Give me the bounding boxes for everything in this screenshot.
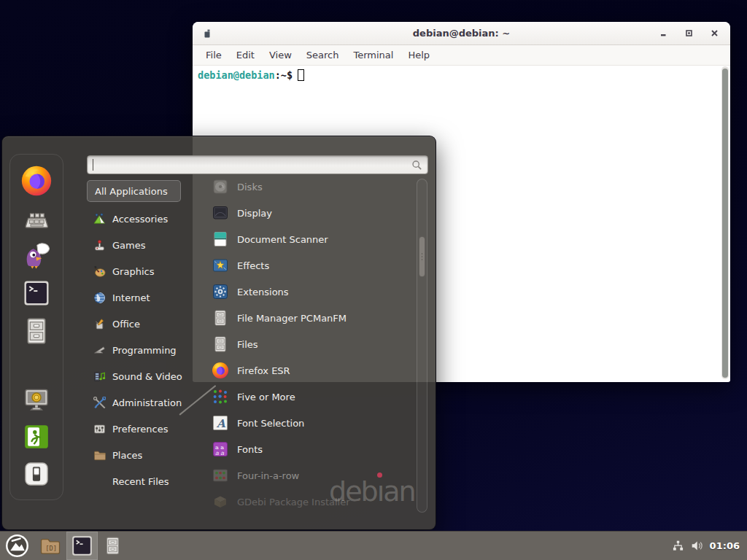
app-disks[interactable]: Disks xyxy=(212,174,416,200)
taskbar-terminal-launcher[interactable] xyxy=(66,532,98,560)
close-button[interactable] xyxy=(711,29,719,37)
svg-text:[D]: [D] xyxy=(45,544,57,551)
sound-video-icon xyxy=(93,370,106,383)
system-tray: 01:06 xyxy=(672,540,747,552)
favorite-files[interactable] xyxy=(22,316,51,346)
scrollbar-grip xyxy=(422,253,422,260)
taskbar: [D] 01:06 xyxy=(0,531,747,560)
app-extensions[interactable]: Extensions xyxy=(212,279,416,305)
firefox-icon xyxy=(212,362,229,379)
tray-icons xyxy=(672,540,703,552)
favorite-lock-screen[interactable] xyxy=(23,386,50,413)
app-label: Effects xyxy=(237,260,269,271)
app-fonts[interactable]: a aa aFonts xyxy=(212,436,416,462)
category-label: Recent Files xyxy=(112,476,169,487)
app-label: Font Selection xyxy=(237,418,304,429)
taskbar-folder-launcher[interactable]: [D] xyxy=(34,532,66,560)
category-label: Internet xyxy=(112,292,150,303)
window-icon xyxy=(204,28,212,39)
category-label: Preferences xyxy=(112,424,168,435)
favorite-pidgin[interactable] xyxy=(21,241,52,271)
taskbar-launchers: [D] xyxy=(0,532,128,560)
favorite-firefox[interactable] xyxy=(20,165,53,197)
app-five-or-more[interactable]: Five or More xyxy=(212,384,416,410)
terminal-menu-edit[interactable]: Edit xyxy=(229,47,262,63)
network-icon[interactable] xyxy=(672,540,684,552)
category-label: Graphics xyxy=(112,266,154,277)
graphics-icon xyxy=(93,265,106,278)
category-recent-files[interactable]: Recent Files xyxy=(87,468,204,494)
terminal-menu-terminal[interactable]: Terminal xyxy=(346,47,400,63)
search-box[interactable] xyxy=(87,155,428,174)
favorite-character-map[interactable] xyxy=(24,209,49,233)
gdebi-icon xyxy=(212,493,229,510)
app-files[interactable]: Files xyxy=(212,331,416,357)
app-effects[interactable]: Effects xyxy=(212,252,416,279)
terminal-scrollbar-thumb[interactable] xyxy=(722,69,728,378)
office-icon xyxy=(93,318,106,330)
category-office[interactable]: Office xyxy=(87,311,204,337)
five-or-more-icon xyxy=(212,388,229,405)
files-icon xyxy=(212,309,229,327)
app-document-scanner[interactable]: Document Scanner xyxy=(212,226,416,252)
app-label: Firefox ESR xyxy=(237,365,290,376)
fonts-icon: a aa a xyxy=(212,440,229,458)
files-icon xyxy=(103,536,123,556)
menu-scrollbar[interactable] xyxy=(417,179,427,513)
app-file-manager-pcmanfm[interactable]: File Manager PCManFM xyxy=(212,305,416,331)
category-label: Programming xyxy=(112,345,177,356)
terminal-menu-file[interactable]: File xyxy=(198,47,229,63)
category-label: All Applications xyxy=(95,186,168,197)
terminal-menu-view[interactable]: View xyxy=(262,47,299,63)
category-games[interactable]: Games xyxy=(87,232,204,258)
category-label: Accessories xyxy=(112,214,168,225)
app-label: File Manager PCManFM xyxy=(237,313,347,324)
category-administration[interactable]: Administration xyxy=(87,389,204,416)
administration-icon xyxy=(93,397,106,409)
terminal-menu-search[interactable]: Search xyxy=(299,47,347,63)
games-icon xyxy=(93,239,106,252)
category-label: Administration xyxy=(112,397,182,408)
favorite-shut-down[interactable] xyxy=(23,461,50,487)
terminal-menu-help[interactable]: Help xyxy=(400,47,437,63)
terminal-scrollbar[interactable] xyxy=(721,66,729,379)
svg-text:A: A xyxy=(216,417,226,430)
category-accessories[interactable]: Accessories xyxy=(87,206,204,232)
favorite-log-out[interactable] xyxy=(23,423,50,451)
category-graphics[interactable]: Graphics xyxy=(87,258,204,284)
category-programming[interactable]: Programming xyxy=(87,337,204,363)
effects-icon xyxy=(212,257,229,274)
menu-logo-icon xyxy=(5,534,29,558)
category-internet[interactable]: Internet xyxy=(87,284,204,311)
app-label: Four-in-a-row xyxy=(237,470,299,481)
minimize-button[interactable] xyxy=(659,29,667,37)
application-list: DisksDisplayDocument ScannerEffectsExten… xyxy=(212,174,416,515)
prompt-user-host: debian@debian xyxy=(198,69,275,81)
taskbar-menu-button[interactable] xyxy=(0,532,34,560)
terminal-icon xyxy=(71,535,93,556)
search-input[interactable] xyxy=(93,156,411,174)
category-preferences[interactable]: Preferences xyxy=(87,416,204,442)
document-scanner-icon xyxy=(212,230,229,248)
volume-icon[interactable] xyxy=(691,540,703,552)
app-firefox-esr[interactable]: Firefox ESR xyxy=(212,357,416,384)
font-selection-icon: A xyxy=(212,414,229,432)
app-gdebi-package-installer[interactable]: GDebi Package Installer xyxy=(212,489,416,515)
maximize-button[interactable] xyxy=(685,29,693,37)
menu-scrollbar-thumb[interactable] xyxy=(419,236,425,277)
applications-menu: debıan All ApplicationsAccessoriesGamesG… xyxy=(1,136,436,530)
category-places[interactable]: Places xyxy=(87,442,204,468)
preferences-icon xyxy=(93,423,106,435)
terminal-titlebar[interactable]: debian@debian: ~ xyxy=(193,22,730,45)
app-label: Disks xyxy=(237,182,263,192)
app-four-in-a-row[interactable]: Four-in-a-row xyxy=(212,462,416,489)
favorite-terminal[interactable] xyxy=(23,280,50,306)
category-sound-video[interactable]: Sound & Video xyxy=(87,363,204,389)
app-font-selection[interactable]: AFont Selection xyxy=(212,410,416,436)
disks-icon xyxy=(212,178,229,195)
app-label: Display xyxy=(237,208,272,219)
category-all-applications[interactable]: All Applications xyxy=(87,180,181,202)
app-display[interactable]: Display xyxy=(212,200,416,226)
places-icon xyxy=(93,449,106,462)
taskbar-files-launcher[interactable] xyxy=(98,532,128,560)
